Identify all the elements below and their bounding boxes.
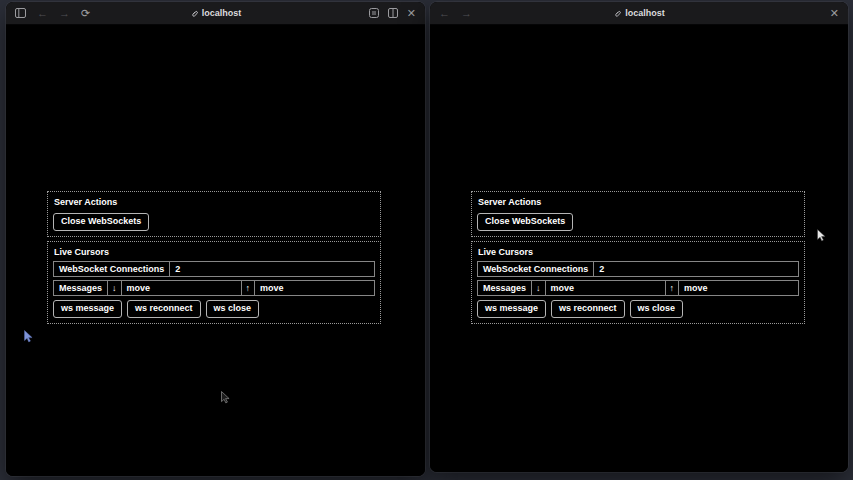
browser-window-right: ← → localhost ✕ Server Actions Close Web… <box>430 2 848 472</box>
server-actions-section: Server Actions Close WebSockets <box>47 191 381 237</box>
incoming-arrow-icon: ↓ <box>108 281 122 295</box>
live-cursors-section: Live Cursors WebSocket Connections 2 Mes… <box>47 241 381 324</box>
close-websockets-button[interactable]: Close WebSockets <box>477 213 573 231</box>
connections-row: WebSocket Connections 2 <box>477 261 799 277</box>
page-viewport: Server Actions Close WebSockets Live Cur… <box>6 25 425 476</box>
messages-row: Messages ↓ move ↑ move <box>53 280 375 296</box>
back-icon[interactable]: ← <box>37 8 48 19</box>
live-cursors-section: Live Cursors WebSocket Connections 2 Mes… <box>471 241 805 324</box>
ws-buttons-row: ws message ws reconnect ws close <box>53 300 375 318</box>
outgoing-message-value: move <box>255 281 374 295</box>
debug-panel: Server Actions Close WebSockets Live Cur… <box>471 191 805 324</box>
section-title: Server Actions <box>477 196 799 211</box>
ws-close-button[interactable]: ws close <box>630 300 684 318</box>
incoming-arrow-icon: ↓ <box>532 281 546 295</box>
close-websockets-button[interactable]: Close WebSockets <box>53 213 149 231</box>
section-title: Live Cursors <box>53 246 375 261</box>
ws-reconnect-button[interactable]: ws reconnect <box>551 300 625 318</box>
close-icon[interactable]: ✕ <box>407 8 416 19</box>
forward-icon[interactable]: → <box>461 8 472 19</box>
back-icon[interactable]: ← <box>439 8 450 19</box>
split-view-icon[interactable] <box>388 8 398 18</box>
address-title[interactable]: localhost <box>613 2 665 24</box>
connections-label: WebSocket Connections <box>54 262 170 276</box>
debug-panel: Server Actions Close WebSockets Live Cur… <box>47 191 381 324</box>
ws-reconnect-button[interactable]: ws reconnect <box>127 300 201 318</box>
close-icon[interactable]: ✕ <box>830 8 839 19</box>
connections-value: 2 <box>170 262 374 276</box>
page-title: localhost <box>625 8 665 18</box>
sidebar-toggle-icon[interactable] <box>15 8 26 18</box>
connections-row: WebSocket Connections 2 <box>53 261 375 277</box>
browser-window-left: ← → ⟳ localhost ✕ Server Actions Close W… <box>6 2 425 476</box>
link-icon <box>613 9 621 17</box>
ws-message-button[interactable]: ws message <box>477 300 546 318</box>
forward-icon[interactable]: → <box>59 8 70 19</box>
incoming-message-value: move <box>122 281 242 295</box>
incoming-message-value: move <box>546 281 666 295</box>
connections-label: WebSocket Connections <box>478 262 594 276</box>
titlebar[interactable]: ← → ⟳ localhost ✕ <box>6 2 425 25</box>
page-title: localhost <box>202 8 242 18</box>
page-viewport: Server Actions Close WebSockets Live Cur… <box>430 25 848 472</box>
messages-label: Messages <box>478 281 532 295</box>
outgoing-message-value: move <box>679 281 798 295</box>
messages-label: Messages <box>54 281 108 295</box>
outgoing-arrow-icon: ↑ <box>666 281 680 295</box>
address-title[interactable]: localhost <box>190 2 242 24</box>
server-actions-section: Server Actions Close WebSockets <box>471 191 805 237</box>
titlebar[interactable]: ← → localhost ✕ <box>430 2 848 25</box>
ws-buttons-row: ws message ws reconnect ws close <box>477 300 799 318</box>
outgoing-arrow-icon: ↑ <box>242 281 256 295</box>
link-icon <box>190 9 198 17</box>
connections-value: 2 <box>594 262 798 276</box>
reader-list-icon[interactable] <box>369 8 379 18</box>
messages-row: Messages ↓ move ↑ move <box>477 280 799 296</box>
ws-message-button[interactable]: ws message <box>53 300 122 318</box>
section-title: Live Cursors <box>477 246 799 261</box>
reload-icon[interactable]: ⟳ <box>81 8 90 19</box>
ws-close-button[interactable]: ws close <box>206 300 260 318</box>
section-title: Server Actions <box>53 196 375 211</box>
